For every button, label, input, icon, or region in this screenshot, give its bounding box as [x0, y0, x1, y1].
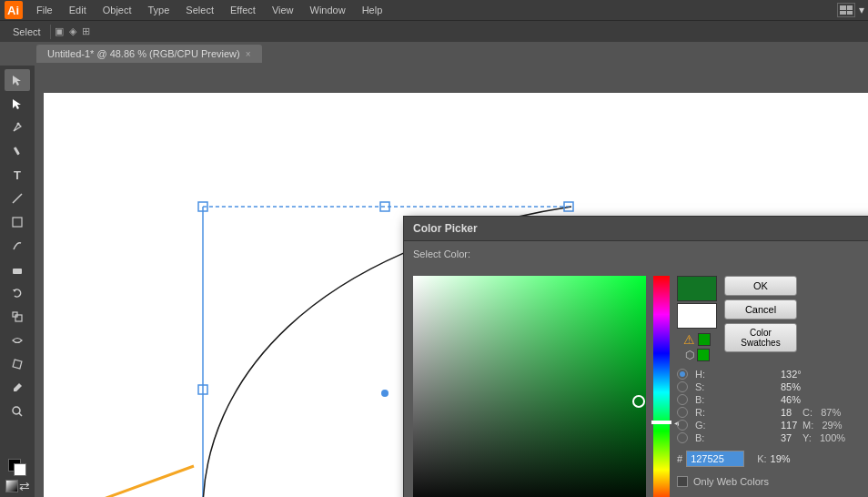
hue-label: H: [695, 369, 777, 380]
stroke-color[interactable] [14, 463, 26, 476]
direct-selection-tool[interactable] [5, 93, 30, 115]
line-tool[interactable] [5, 188, 30, 209]
canvas-area: Color Picker Select Color: [35, 66, 868, 497]
svg-point-13 [13, 407, 20, 414]
hex-input[interactable] [686, 451, 744, 467]
swap-colors-icon[interactable]: ⇄ [19, 479, 30, 493]
new-color-swatch [677, 276, 717, 301]
color-field-overlay [413, 276, 646, 497]
green-value: 117 [781, 420, 799, 431]
saturation-label: S: [695, 381, 777, 392]
menu-effect[interactable]: Effect [223, 3, 263, 17]
menu-view[interactable]: View [265, 3, 301, 17]
tab-bar: Untitled-1* @ 48.86 % (RGB/CPU Preview) … [0, 42, 868, 66]
c-label: C: [802, 407, 812, 418]
fill-stroke-indicators [6, 459, 28, 477]
color-field-container[interactable] [413, 276, 646, 497]
red-value: 18 [781, 407, 799, 418]
c-value: 87% [821, 407, 841, 418]
brightness-value: 46% [781, 394, 799, 405]
y-value: 100% [820, 432, 845, 443]
y-value-col: Y: 100% [802, 432, 868, 443]
saturation-value: 85% [781, 381, 799, 392]
dialog-title: Color Picker [413, 222, 478, 235]
color-swatches-button[interactable]: Color Swatches [724, 323, 797, 352]
color-picker-dialog: Color Picker Select Color: [403, 216, 868, 497]
svg-marker-3 [13, 99, 21, 109]
only-web-row: Only Web Colors [677, 476, 868, 487]
tab-close-button[interactable]: × [246, 49, 251, 59]
hue-radio[interactable] [677, 369, 688, 380]
menu-type[interactable]: Type [141, 3, 177, 17]
type-tool[interactable]: T [5, 164, 30, 186]
eraser-tool[interactable] [5, 259, 30, 280]
blue-radio[interactable] [677, 432, 688, 443]
toolbar-row: Select ▣ ◈ ⊞ [0, 20, 868, 42]
red-label: R: [695, 407, 777, 418]
svg-rect-5 [14, 147, 20, 155]
toolbar-icon-2: ◈ [69, 25, 76, 37]
web-safe-swatch[interactable] [697, 349, 710, 361]
saturation-radio[interactable] [677, 381, 688, 392]
menu-object[interactable]: Object [96, 3, 139, 17]
m-value: 29% [822, 420, 842, 431]
red-radio[interactable] [677, 407, 688, 418]
eyedropper-tool[interactable] [5, 377, 30, 399]
svg-rect-10 [15, 315, 22, 321]
shape-tool[interactable] [5, 211, 30, 233]
paintbrush-tool[interactable] [5, 235, 30, 257]
gamut-color-swatch[interactable] [698, 333, 711, 346]
hue-slider-container[interactable]: ◂ [653, 276, 670, 497]
buttons-col: OK Cancel Color Swatches [724, 276, 797, 352]
m-label: M: [802, 420, 813, 431]
pen-tool[interactable] [5, 117, 30, 138]
zoom-tool[interactable] [5, 401, 30, 422]
app-logo: Ai [4, 0, 24, 20]
menu-select[interactable]: Select [178, 3, 221, 17]
old-color-swatch [677, 303, 717, 329]
workspace-switcher[interactable] [837, 3, 855, 17]
blue-value: 37 [781, 432, 799, 443]
only-web-colors-label: Only Web Colors [693, 476, 769, 487]
free-transform-tool[interactable] [5, 353, 30, 375]
svg-text:Ai: Ai [7, 4, 19, 17]
menu-window[interactable]: Window [303, 3, 353, 17]
svg-rect-8 [13, 269, 22, 274]
cancel-button[interactable]: Cancel [724, 299, 797, 320]
k-value: 19% [771, 453, 791, 464]
svg-marker-2 [13, 76, 21, 86]
color-values: H: 132° S: 85% B: 46% [677, 369, 868, 443]
y-label: Y: [802, 432, 812, 443]
workspace-dropdown[interactable]: ▾ [859, 4, 864, 16]
svg-rect-7 [13, 218, 22, 227]
select-tool-label: Select [7, 25, 46, 38]
svg-marker-9 [13, 289, 16, 292]
green-radio[interactable] [677, 420, 688, 431]
selection-tool[interactable] [5, 69, 30, 91]
brightness-radio[interactable] [677, 394, 688, 405]
menu-bar: Ai File Edit Object Type Select Effect V… [0, 0, 868, 20]
svg-line-14 [19, 413, 22, 416]
blue-label: B: [695, 432, 777, 443]
menu-help[interactable]: Help [355, 3, 390, 17]
color-field[interactable] [413, 276, 646, 497]
document-tab[interactable]: Untitled-1* @ 48.86 % (RGB/CPU Preview) … [36, 45, 262, 63]
scale-tool[interactable] [5, 306, 30, 328]
ok-button[interactable]: OK [724, 276, 797, 296]
left-toolbar: T [0, 66, 35, 497]
menu-file[interactable]: File [29, 3, 60, 17]
hue-slider[interactable] [653, 276, 670, 497]
only-web-colors-checkbox[interactable] [677, 476, 688, 487]
menu-edit[interactable]: Edit [62, 3, 94, 17]
brightness-label: B: [695, 394, 777, 405]
warp-tool[interactable] [5, 330, 30, 351]
rotate-tool[interactable] [5, 282, 30, 304]
dialog-right: ⚠ ⬡ OK Cancel Color Swat [677, 276, 868, 497]
tab-title: Untitled-1* @ 48.86 % (RGB/CPU Preview) [47, 48, 240, 59]
hash-label: # [677, 453, 682, 464]
svg-point-4 [17, 123, 20, 126]
none-indicator[interactable] [5, 480, 18, 492]
toolbar-icon-1: ▣ [55, 25, 64, 37]
pencil-tool[interactable] [5, 140, 30, 162]
c-value-col: C: 87% [802, 407, 868, 418]
